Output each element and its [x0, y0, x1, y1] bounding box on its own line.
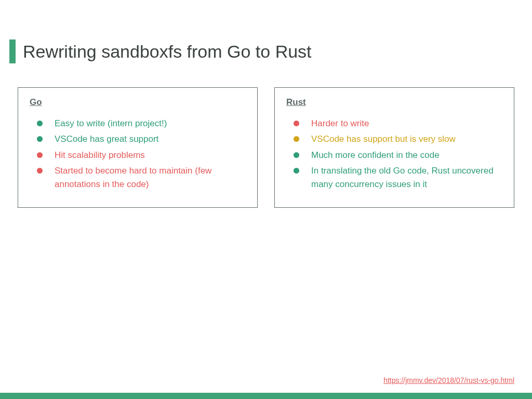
list-item: In translating the old Go code, Rust unc… [294, 164, 502, 192]
rust-card: Rust Harder to write VSCode has support … [274, 87, 514, 208]
slide-title: Rewriting sandboxfs from Go to Rust [23, 42, 312, 62]
rust-heading: Rust [286, 97, 502, 108]
list-item: Harder to write [294, 117, 502, 130]
list-item: Hit scalability problems [37, 149, 246, 162]
list-item: Started to become hard to maintain (few … [37, 164, 246, 192]
source-link[interactable]: https://jmmv.dev/2018/07/rust-vs-go.html [383, 376, 514, 384]
bottom-stripe [0, 393, 532, 399]
list-item: Much more confident in the code [294, 149, 502, 162]
title-row: Rewriting sandboxfs from Go to Rust [9, 39, 516, 63]
comparison-columns: Go Easy to write (intern project!) VSCod… [18, 87, 514, 208]
go-bullet-list: Easy to write (intern project!) VSCode h… [30, 117, 246, 192]
rust-bullet-list: Harder to write VSCode has support but i… [286, 117, 502, 192]
list-item: Easy to write (intern project!) [37, 117, 246, 130]
list-item: VSCode has great support [37, 132, 246, 146]
list-item: VSCode has support but is very slow [294, 132, 502, 146]
go-heading: Go [30, 97, 246, 108]
go-card: Go Easy to write (intern project!) VSCod… [18, 87, 258, 208]
accent-bar [9, 39, 16, 63]
